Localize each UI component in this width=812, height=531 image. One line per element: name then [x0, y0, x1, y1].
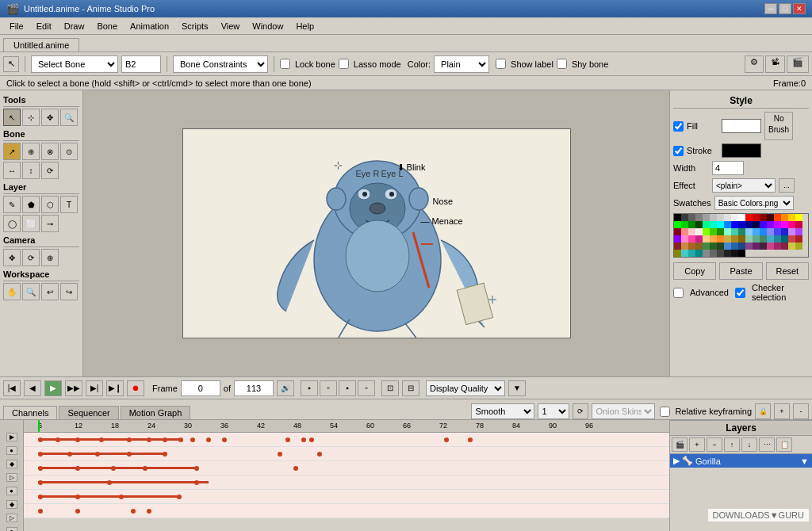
color-cell[interactable]	[767, 221, 774, 228]
color-cell[interactable]	[760, 214, 767, 221]
next-end-btn[interactable]: ▶❙	[106, 380, 124, 396]
layer-tool-5[interactable]: ◯	[3, 215, 21, 232]
color-cell[interactable]	[695, 243, 703, 250]
layers-tb-6[interactable]: ⋯	[759, 437, 775, 452]
tl-side-6[interactable]: ◆	[6, 500, 17, 509]
prev-start-btn[interactable]: |◀	[3, 380, 21, 396]
color-cell[interactable]	[717, 250, 724, 257]
color-cell[interactable]	[681, 250, 688, 257]
color-cell[interactable]	[745, 228, 753, 235]
layer-tool-7[interactable]: ⊸	[41, 215, 59, 232]
color-cell[interactable]	[695, 221, 703, 228]
color-cell[interactable]	[781, 221, 788, 228]
color-cell[interactable]	[781, 214, 788, 221]
color-cell[interactable]	[760, 235, 767, 243]
color-cell[interactable]	[724, 250, 731, 257]
workspace-tool-3[interactable]: ↩	[41, 283, 59, 300]
minimize-button[interactable]: ─	[764, 3, 777, 14]
view-4[interactable]: ▫	[358, 380, 375, 396]
lock-bone-checkbox[interactable]	[280, 59, 290, 69]
color-cell[interactable]	[767, 228, 774, 235]
paste-button[interactable]: Paste	[719, 262, 762, 280]
menu-item-draw[interactable]: Draw	[58, 20, 91, 32]
lasso-mode-checkbox[interactable]	[339, 59, 349, 69]
value-select[interactable]: 1	[538, 403, 569, 419]
tl-side-8[interactable]: ●	[6, 527, 17, 531]
tl-side-1[interactable]: ▶	[6, 433, 17, 441]
color-cell[interactable]	[703, 228, 710, 235]
color-cell[interactable]	[717, 235, 724, 243]
color-cell[interactable]	[674, 250, 681, 257]
layers-tb-1[interactable]: 🎬	[672, 437, 688, 452]
size-btn[interactable]: ⊟	[402, 380, 419, 396]
layers-tb-4[interactable]: ↑	[724, 437, 740, 452]
color-cell[interactable]	[795, 228, 802, 235]
color-cell[interactable]	[795, 221, 802, 228]
tab-channels[interactable]: Channels	[3, 406, 57, 419]
color-cell[interactable]	[767, 243, 774, 250]
color-cell[interactable]	[717, 243, 724, 250]
color-cell[interactable]	[710, 214, 717, 221]
color-cell[interactable]	[674, 235, 681, 243]
bone-tool-2[interactable]: ⊕	[22, 143, 40, 160]
color-cell[interactable]	[681, 243, 688, 250]
camera-tool-3[interactable]: ⊕	[41, 249, 59, 266]
color-cell[interactable]	[710, 243, 717, 250]
color-cell[interactable]	[688, 221, 695, 228]
color-cell[interactable]	[781, 235, 788, 243]
color-cell[interactable]	[731, 250, 738, 257]
effect-options-btn[interactable]: ...	[779, 178, 795, 193]
color-cell[interactable]	[674, 214, 681, 221]
color-cell[interactable]	[695, 214, 703, 221]
color-cell[interactable]	[753, 221, 760, 228]
view-2[interactable]: ▫	[320, 380, 337, 396]
color-cell[interactable]	[724, 214, 731, 221]
reset-button[interactable]: Reset	[766, 262, 809, 280]
menu-item-edit[interactable]: Edit	[30, 20, 58, 32]
camera-tool-1[interactable]: ✥	[3, 249, 21, 266]
color-cell[interactable]	[738, 243, 745, 250]
tab-sequencer[interactable]: Sequencer	[59, 406, 118, 419]
tl-zoom-out[interactable]: -	[793, 403, 809, 419]
stroke-color-swatch[interactable]	[722, 143, 761, 158]
color-cell[interactable]	[738, 228, 745, 235]
view-1[interactable]: ▪	[301, 380, 318, 396]
color-cell[interactable]	[710, 228, 717, 235]
color-cell[interactable]	[681, 235, 688, 243]
bone-tool-4[interactable]: ⊙	[60, 143, 78, 160]
color-cell[interactable]	[674, 243, 681, 250]
color-cell[interactable]	[674, 221, 681, 228]
move-tool[interactable]: ✥	[41, 109, 59, 126]
layers-tb-2[interactable]: +	[689, 437, 705, 452]
color-cell[interactable]	[703, 243, 710, 250]
color-cell[interactable]	[710, 250, 717, 257]
color-cell[interactable]	[738, 235, 745, 243]
tl-cycle-btn[interactable]: ⟳	[573, 403, 588, 419]
tl-side-3[interactable]: ◆	[6, 460, 17, 468]
color-cell[interactable]	[695, 228, 703, 235]
bone-tool-3[interactable]: ⊗	[41, 143, 59, 160]
view-3[interactable]: ▪	[339, 380, 356, 396]
color-cell[interactable]	[738, 250, 745, 257]
color-cell[interactable]	[688, 250, 695, 257]
fill-color-swatch[interactable]	[722, 119, 761, 133]
color-cell[interactable]	[688, 214, 695, 221]
main-tab[interactable]: Untitled.anime	[3, 38, 79, 52]
bone-tool-7[interactable]: ⟳	[41, 162, 59, 179]
color-cell[interactable]	[745, 243, 753, 250]
menu-item-window[interactable]: Window	[246, 20, 289, 32]
swatches-file-select[interactable]: Basic Colors.png	[714, 196, 794, 210]
copy-button[interactable]: Copy	[673, 262, 716, 280]
quality-select[interactable]: Display Quality	[426, 380, 505, 396]
tl-side-4[interactable]: ▷	[6, 473, 17, 482]
layers-tb-3[interactable]: −	[707, 437, 722, 452]
color-cell[interactable]	[795, 235, 802, 243]
play-btn[interactable]: ▶	[44, 380, 62, 396]
layer-tool-6[interactable]: ⬜	[22, 215, 40, 232]
layer-tool-3[interactable]: ⬡	[41, 196, 59, 213]
toolbar-icon1[interactable]: ⚙	[745, 55, 764, 73]
zoom-tool[interactable]: 🔍	[60, 109, 78, 126]
effect-dropdown[interactable]: <plain>	[712, 178, 776, 193]
color-cell[interactable]	[745, 235, 753, 243]
color-cell[interactable]	[760, 228, 767, 235]
